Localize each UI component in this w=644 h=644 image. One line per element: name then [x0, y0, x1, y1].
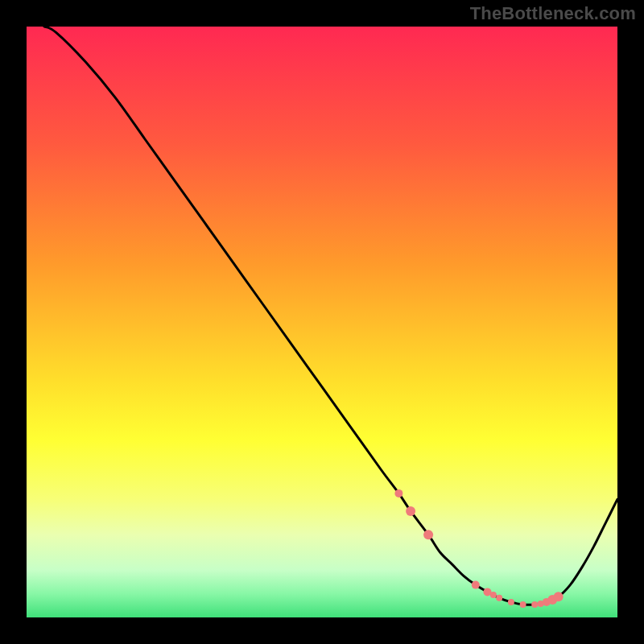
- optimum-marker: [490, 592, 497, 598]
- optimum-marker: [520, 601, 526, 608]
- chart-frame: TheBottleneck.com: [0, 0, 644, 644]
- optimum-markers: [394, 489, 563, 608]
- bottleneck-curve: [44, 27, 617, 605]
- optimum-marker: [554, 592, 564, 601]
- optimum-marker: [508, 599, 514, 605]
- optimum-marker: [423, 530, 433, 539]
- optimum-marker: [394, 489, 402, 497]
- optimum-marker: [472, 581, 480, 589]
- watermark-text: TheBottleneck.com: [470, 3, 636, 24]
- optimum-marker: [496, 595, 502, 601]
- plot-area: [27, 27, 617, 617]
- curve-layer: [27, 27, 617, 617]
- optimum-marker: [531, 601, 538, 608]
- optimum-marker: [406, 506, 415, 516]
